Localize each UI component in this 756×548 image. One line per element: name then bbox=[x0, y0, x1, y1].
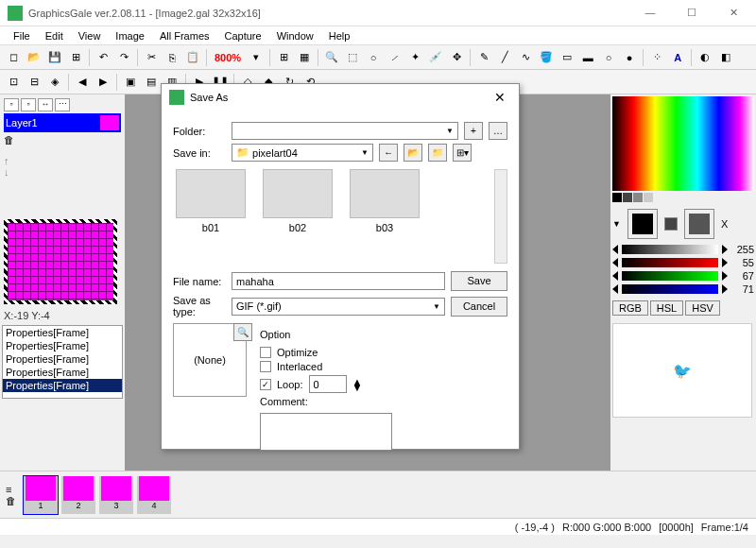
zoom-out-icon[interactable]: ▾ bbox=[247, 48, 266, 67]
foreground-swatch[interactable] bbox=[628, 210, 657, 238]
frame-1[interactable]: 1 bbox=[24, 476, 58, 514]
swap-icon[interactable]: X bbox=[721, 218, 728, 230]
frame-3[interactable]: 3 bbox=[99, 476, 133, 514]
paste-icon[interactable]: 📋 bbox=[183, 48, 202, 67]
tb2-c[interactable]: ◈ bbox=[45, 73, 64, 92]
back-icon[interactable]: ← bbox=[379, 144, 398, 162]
g-slider[interactable] bbox=[622, 271, 718, 281]
file-scrollbar[interactable] bbox=[494, 169, 507, 264]
cut-icon[interactable]: ✂ bbox=[142, 48, 161, 67]
close-button[interactable]: ✕ bbox=[718, 7, 748, 19]
wand-icon[interactable]: ✦ bbox=[405, 48, 424, 67]
menu-edit[interactable]: Edit bbox=[40, 28, 69, 43]
frame-4[interactable]: 4 bbox=[137, 476, 171, 514]
redo-icon[interactable]: ↷ bbox=[114, 48, 133, 67]
fill-icon[interactable]: 🪣 bbox=[537, 48, 556, 67]
background-swatch[interactable] bbox=[685, 210, 713, 238]
type-combo[interactable]: GIF (*.gif)▼ bbox=[232, 298, 445, 316]
frect-icon[interactable]: ▬ bbox=[578, 48, 597, 67]
layer-btn-1[interactable]: ▫ bbox=[4, 98, 19, 111]
tb2-a[interactable]: ⊡ bbox=[4, 73, 23, 92]
layer-btn-3[interactable]: ↔ bbox=[38, 98, 53, 111]
foval-icon[interactable]: ● bbox=[620, 48, 639, 67]
grid-icon[interactable]: ⊞ bbox=[274, 48, 293, 67]
r-slider[interactable] bbox=[622, 258, 718, 267]
copy-icon[interactable]: ⎘ bbox=[163, 48, 181, 67]
tab-rgb[interactable]: RGB bbox=[612, 300, 648, 316]
tb2-b[interactable]: ⊟ bbox=[25, 73, 43, 92]
tab-hsl[interactable]: HSL bbox=[650, 300, 683, 316]
b-slider[interactable] bbox=[622, 284, 718, 294]
file-b03[interactable]: b03 bbox=[347, 169, 422, 264]
view-icon[interactable]: ⊞▾ bbox=[453, 144, 472, 162]
layer-item[interactable]: Layer1 bbox=[4, 113, 121, 132]
color-palette[interactable] bbox=[612, 96, 754, 191]
folder-more-button[interactable]: … bbox=[489, 122, 507, 140]
menu-image[interactable]: Image bbox=[110, 28, 150, 43]
menu-capture[interactable]: Capture bbox=[219, 28, 267, 43]
new-icon[interactable]: ◻ bbox=[4, 48, 23, 67]
minimize-button[interactable]: — bbox=[635, 7, 665, 19]
alpha-slider[interactable] bbox=[622, 245, 718, 254]
prev-frame-icon[interactable]: ◀ bbox=[73, 73, 92, 92]
file-b01[interactable]: b01 bbox=[173, 169, 249, 264]
zoom-value[interactable]: 800% bbox=[211, 52, 245, 63]
move-icon[interactable]: ✥ bbox=[447, 48, 466, 67]
save-icon[interactable]: 💾 bbox=[45, 48, 64, 67]
curve-icon[interactable]: ∿ bbox=[516, 48, 535, 67]
folder-add-button[interactable]: + bbox=[464, 122, 483, 140]
snap-icon[interactable]: ▦ bbox=[295, 48, 314, 67]
folder-label: Folder: bbox=[173, 126, 226, 137]
app-icon bbox=[8, 6, 23, 21]
menubar: File Edit View Image All Frames Capture … bbox=[0, 26, 756, 45]
menu-window[interactable]: Window bbox=[271, 28, 319, 43]
extra-icon[interactable]: ◧ bbox=[716, 48, 735, 67]
cancel-button[interactable]: Cancel bbox=[451, 297, 507, 317]
text-icon[interactable]: A bbox=[668, 48, 687, 67]
layer-btn-2[interactable]: ▫ bbox=[21, 98, 36, 111]
menu-view[interactable]: View bbox=[73, 28, 107, 43]
rect-icon[interactable]: ▭ bbox=[558, 48, 576, 67]
coords-label: X:-19 Y:-4 bbox=[0, 308, 125, 323]
line-icon[interactable]: ╱ bbox=[495, 48, 514, 67]
undo-icon[interactable]: ↶ bbox=[94, 48, 112, 67]
frame-b[interactable]: ▤ bbox=[142, 73, 161, 92]
optimize-checkbox[interactable] bbox=[260, 347, 271, 358]
frame-2[interactable]: 2 bbox=[61, 476, 95, 514]
filename-input[interactable] bbox=[232, 272, 445, 290]
zoom-icon[interactable]: 🔍 bbox=[322, 48, 341, 67]
menu-allframes[interactable]: All Frames bbox=[154, 28, 215, 43]
select-oval-icon[interactable]: ○ bbox=[364, 48, 383, 67]
open-icon[interactable]: 📂 bbox=[25, 48, 43, 67]
loop-checkbox[interactable]: ✓ bbox=[260, 379, 271, 390]
save-button[interactable]: Save bbox=[451, 271, 507, 291]
maximize-button[interactable]: ☐ bbox=[677, 7, 707, 19]
comment-textarea[interactable] bbox=[260, 413, 392, 451]
property-list[interactable]: Properties[Frame] Properties[Frame] Prop… bbox=[2, 325, 123, 399]
savein-combo[interactable]: 📁 pixelart04▼ bbox=[232, 144, 373, 162]
browse-icon[interactable]: ⊞ bbox=[66, 48, 85, 67]
frame-a[interactable]: ▣ bbox=[121, 73, 140, 92]
menu-file[interactable]: File bbox=[8, 28, 36, 43]
interlaced-checkbox[interactable] bbox=[260, 361, 271, 372]
spray-icon[interactable]: ⁘ bbox=[647, 48, 666, 67]
newfolder-icon[interactable]: 📁 bbox=[428, 144, 447, 162]
dialog-close-button[interactable]: ✕ bbox=[489, 90, 511, 105]
folder-combo[interactable]: ▼ bbox=[232, 122, 458, 140]
oval-icon[interactable]: ○ bbox=[599, 48, 618, 67]
preview-zoom-icon[interactable]: 🔍 bbox=[233, 323, 252, 341]
swatch-small[interactable] bbox=[664, 217, 678, 231]
select-rect-icon[interactable]: ⬚ bbox=[343, 48, 362, 67]
next-frame-icon[interactable]: ▶ bbox=[94, 73, 112, 92]
loop-input[interactable] bbox=[309, 375, 347, 393]
up-icon[interactable]: 📂 bbox=[404, 144, 422, 162]
lasso-icon[interactable]: ⟋ bbox=[385, 48, 404, 67]
file-b02[interactable]: b02 bbox=[260, 169, 335, 264]
tab-hsv[interactable]: HSV bbox=[685, 300, 720, 316]
picker-icon[interactable]: 💉 bbox=[426, 48, 445, 67]
pen-icon[interactable]: ✎ bbox=[474, 48, 493, 67]
replace-icon[interactable]: ◐ bbox=[696, 48, 714, 67]
layer-btn-4[interactable]: ⋯ bbox=[55, 98, 70, 111]
loop-down[interactable]: ▼ bbox=[352, 385, 363, 390]
menu-help[interactable]: Help bbox=[323, 28, 356, 43]
